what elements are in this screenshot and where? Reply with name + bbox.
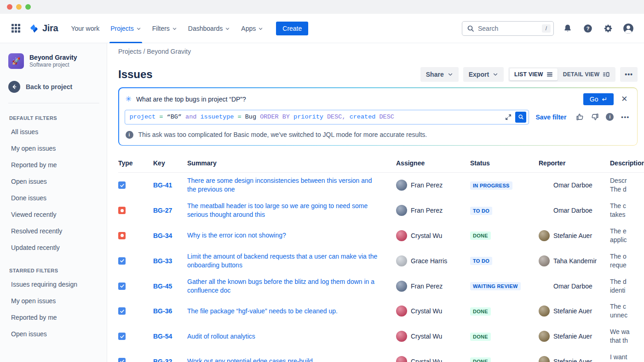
- global-search[interactable]: /: [462, 21, 554, 36]
- issue-key[interactable]: BG-54: [153, 333, 187, 340]
- nav-item-projects[interactable]: Projects: [105, 14, 147, 43]
- jql-token: priority: [293, 113, 323, 120]
- list-view-toggle[interactable]: LIST VIEW: [510, 68, 558, 80]
- status-cell[interactable]: DONE: [470, 307, 539, 316]
- nav-item-dashboards[interactable]: Dashboards: [183, 14, 236, 43]
- thumbs-down-icon[interactable]: [591, 113, 599, 121]
- task-type-icon[interactable]: [118, 257, 126, 265]
- reporter-cell[interactable]: Stefanie Auer: [539, 230, 610, 241]
- assignee-cell[interactable]: Fran Perez: [396, 180, 470, 191]
- status-cell[interactable]: DONE: [470, 231, 539, 240]
- status-cell[interactable]: TO DO: [470, 256, 539, 265]
- back-to-project-button[interactable]: Back to project: [8, 81, 99, 93]
- jql-input[interactable]: project = “BG” and issuetype = Bug ORDER…: [125, 110, 529, 124]
- go-button[interactable]: Go ↵: [583, 93, 614, 105]
- close-window-button[interactable]: [7, 4, 12, 10]
- project-card[interactable]: 🚀 Beyond Gravity Software project: [7, 53, 99, 69]
- nav-item-your-work[interactable]: Your work: [65, 14, 105, 43]
- task-type-icon[interactable]: [118, 358, 126, 362]
- reporter-cell[interactable]: Omar Darboe: [539, 283, 610, 290]
- sidebar-item-reported-by-me[interactable]: Reported by me: [7, 157, 99, 173]
- sidebar-item-resolved-recently[interactable]: Resolved recently: [7, 223, 99, 239]
- type-cell: [118, 283, 153, 290]
- issue-key[interactable]: BG-32: [153, 358, 187, 362]
- notifications-bell-icon[interactable]: [561, 22, 574, 35]
- assignee-cell[interactable]: Fran Perez: [396, 205, 470, 216]
- minimize-window-button[interactable]: [16, 4, 22, 10]
- export-button[interactable]: Export: [463, 67, 504, 82]
- run-jql-search-button[interactable]: [515, 112, 526, 123]
- reporter-cell[interactable]: Stefanie Auer: [539, 305, 610, 317]
- assignee-cell[interactable]: Crystal Wu: [396, 230, 470, 241]
- sidebar-item-reported-by-me[interactable]: Reported by me: [7, 309, 99, 326]
- sidebar-item-my-open-issues[interactable]: My open issues: [7, 293, 99, 309]
- settings-gear-icon[interactable]: [602, 22, 615, 35]
- thumbs-up-icon[interactable]: [575, 113, 584, 121]
- status-cell[interactable]: IN PROGRESS: [470, 181, 539, 190]
- issue-key[interactable]: BG-45: [153, 283, 187, 290]
- reporter-cell[interactable]: Stefanie Auer: [539, 356, 610, 362]
- assignee-cell[interactable]: Crystal Wu: [396, 305, 470, 317]
- task-type-icon[interactable]: [118, 307, 126, 315]
- reporter-cell[interactable]: Taha Kandemir: [539, 255, 610, 266]
- task-type-icon[interactable]: [118, 333, 126, 340]
- sidebar-item-my-open-issues[interactable]: My open issues: [7, 140, 99, 157]
- assignee-cell[interactable]: Grace Harris: [396, 255, 470, 266]
- zoom-window-button[interactable]: [25, 4, 31, 10]
- issue-key[interactable]: BG-41: [153, 181, 187, 189]
- reporter-cell[interactable]: Stefanie Auer: [539, 331, 610, 342]
- issue-key[interactable]: BG-34: [153, 232, 187, 239]
- expand-jql-icon[interactable]: [505, 114, 512, 120]
- issue-summary-link[interactable]: Audit of rollout analytics: [187, 332, 387, 341]
- jql-more-options-icon[interactable]: •••: [621, 113, 629, 120]
- close-ai-panel-icon[interactable]: ✕: [618, 93, 630, 105]
- search-input[interactable]: [478, 25, 538, 32]
- issue-summary-link[interactable]: There are some design inconsistencies be…: [187, 176, 387, 194]
- sidebar-item-issues-requiring-design[interactable]: Issues requiring design: [7, 276, 99, 293]
- profile-avatar-icon[interactable]: [622, 22, 635, 35]
- issue-key[interactable]: BG-27: [153, 207, 187, 214]
- reporter-cell[interactable]: Omar Darboe: [539, 181, 610, 189]
- sidebar-item-done-issues[interactable]: Done issues: [7, 190, 99, 206]
- save-filter-link[interactable]: Save filter: [535, 113, 566, 121]
- bug-type-icon[interactable]: [118, 232, 126, 239]
- assignee-cell[interactable]: Fran Perez: [396, 281, 470, 292]
- sidebar-item-viewed-recently[interactable]: Viewed recently: [7, 206, 99, 223]
- assignee-cell[interactable]: Crystal Wu: [396, 356, 470, 362]
- ai-question-text[interactable]: What are the top bugs in project “DP”?: [136, 96, 579, 103]
- status-cell[interactable]: TO DO: [470, 206, 539, 215]
- sidebar-item-all-issues[interactable]: All issues: [7, 124, 99, 140]
- task-type-icon[interactable]: [118, 283, 126, 290]
- issue-summary-link[interactable]: Why is the error icon not showing?: [187, 231, 387, 240]
- issue-summary-link[interactable]: Gather all the known bugs before the bli…: [187, 277, 387, 295]
- issue-summary-link[interactable]: The file package “hgf-value” needs to be…: [187, 307, 387, 316]
- status-cell[interactable]: DONE: [470, 332, 539, 341]
- issue-key[interactable]: BG-36: [153, 307, 187, 315]
- task-type-icon[interactable]: [118, 181, 126, 189]
- nav-item-apps[interactable]: Apps: [236, 14, 269, 43]
- assignee-cell[interactable]: Crystal Wu: [396, 331, 470, 342]
- bug-type-icon[interactable]: [118, 207, 126, 214]
- jira-logo[interactable]: Jira: [26, 23, 63, 34]
- issue-summary-link[interactable]: Work out any potential edge cases pre-bu…: [187, 357, 387, 362]
- reporter-cell[interactable]: Omar Darboe: [539, 207, 610, 214]
- info-icon[interactable]: i: [606, 113, 614, 121]
- breadcrumb[interactable]: Projects / Beyond Gravity: [118, 48, 644, 55]
- description-line: reque: [610, 261, 644, 270]
- issue-summary-link[interactable]: Limit the amount of backend requests tha…: [187, 252, 387, 270]
- more-actions-button[interactable]: •••: [620, 67, 638, 82]
- share-button[interactable]: Share: [420, 67, 459, 82]
- nav-item-filters[interactable]: Filters: [147, 14, 183, 43]
- sidebar-item-open-issues[interactable]: Open issues: [7, 326, 99, 342]
- status-cell[interactable]: DONE: [470, 357, 539, 362]
- create-button[interactable]: Create: [276, 22, 308, 35]
- issue-summary-link[interactable]: The meatball header is too large so we a…: [187, 202, 387, 219]
- help-icon[interactable]: ?: [581, 22, 594, 35]
- sidebar-item-open-issues[interactable]: Open issues: [7, 173, 99, 190]
- app-switcher-icon[interactable]: [8, 21, 23, 36]
- chevron-down-icon: [493, 72, 498, 77]
- detail-view-toggle[interactable]: DETAIL VIEW: [558, 68, 615, 80]
- sidebar-item-updated-recently[interactable]: Updated recently: [7, 239, 99, 256]
- status-cell[interactable]: WAITING REVIEW: [470, 282, 539, 290]
- issue-key[interactable]: BG-33: [153, 257, 187, 265]
